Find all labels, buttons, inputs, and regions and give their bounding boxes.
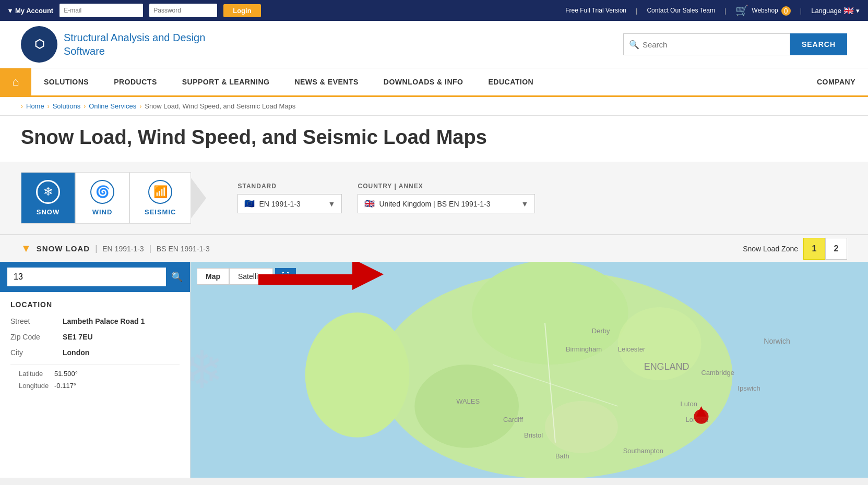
zip-value: SE1 7EU [63, 333, 93, 341]
lat-label: Latitude [10, 370, 54, 378]
search-input[interactable] [643, 40, 784, 49]
search-wrap: 🔍 SEARCH [623, 33, 847, 55]
location-details: LOCATION Street Lambeth Palace Road 1 Zi… [0, 292, 190, 402]
country-annex-select[interactable]: 🇬🇧 United Kingdom | BS EN 1991-1-3 ▼ [358, 194, 535, 213]
country-annex-value: United Kingdom | BS EN 1991-1-3 [379, 200, 490, 208]
location-section-title: LOCATION [10, 300, 180, 309]
svg-point-2 [414, 365, 519, 448]
lat-value: 51.500° [54, 370, 78, 378]
logo-tagline: Structural Analysis and Design Software [64, 31, 246, 58]
my-account-menu[interactable]: ▾ My Account [8, 7, 53, 15]
password-input[interactable] [149, 4, 217, 17]
cart-icon[interactable]: 0 [781, 5, 791, 16]
nav-education[interactable]: EDUCATION [475, 68, 546, 95]
uk-flag-icon: 🇬🇧 [843, 6, 854, 16]
load-type-seismic[interactable]: 📶 SEISMIC [129, 172, 191, 224]
city-value: London [63, 348, 89, 357]
login-button[interactable]: Login [223, 4, 260, 17]
divider1: | [636, 7, 637, 15]
wind-label: WIND [92, 208, 113, 216]
standard-group: STANDARD 🇪🇺 EN 1991-1-3 ▼ [237, 183, 342, 213]
wind-icon: 🌀 [90, 180, 114, 204]
breadcrumb-home[interactable]: Home [26, 102, 44, 110]
location-search-input[interactable] [7, 268, 166, 286]
breadcrumb: › Home › Solutions › Online Services › S… [0, 97, 868, 116]
snow-arrow-icon: ▼ [21, 242, 31, 254]
webshop-wrap: 🛒 Webshop 0 [735, 4, 790, 17]
nav-downloads[interactable]: DOWNLOADS & INFO [371, 68, 476, 95]
svg-text:Cardiff: Cardiff [503, 416, 523, 423]
loc-divider [10, 364, 180, 365]
svg-text:Ipswich: Ipswich [738, 384, 760, 392]
top-links: Free Full Trial Version | Contact Our Sa… [565, 4, 860, 17]
svg-text:Birmingham: Birmingham [566, 345, 602, 353]
logo-icon: ⬡ [34, 38, 44, 51]
breadcrumb-online-services[interactable]: Online Services [89, 102, 136, 110]
city-row: City London [10, 348, 180, 357]
svg-text:Cambridge: Cambridge [701, 369, 734, 377]
country-annex-label: COUNTRY | ANNEX [358, 183, 535, 190]
map-tab-map[interactable]: Map [197, 268, 229, 285]
nav-news[interactable]: NEWS & EVENTS [282, 68, 371, 95]
language-selector[interactable]: Language 🇬🇧 ▾ [811, 6, 860, 16]
snow-zone-2[interactable]: 2 [825, 238, 847, 260]
svg-point-3 [472, 262, 628, 365]
divider2: | [724, 7, 726, 15]
snow-load-title: SNOW LOAD [37, 244, 90, 253]
contact-sales-link[interactable]: Contact Our Sales Team [647, 7, 715, 14]
svg-text:Norwich: Norwich [764, 337, 790, 345]
svg-point-6 [545, 401, 618, 453]
nav-support[interactable]: SUPPORT & LEARNING [170, 68, 282, 95]
street-label: Street [10, 317, 63, 325]
breadcrumb-arrow3: › [84, 103, 86, 110]
country-annex-group: COUNTRY | ANNEX 🇬🇧 United Kingdom | BS E… [358, 183, 535, 213]
red-arrow-head [352, 262, 384, 290]
svg-text:Bath: Bath [555, 452, 569, 460]
pipe2: | [149, 244, 151, 253]
snow-zone-1[interactable]: 1 [803, 238, 825, 260]
seismic-icon: 📶 [148, 180, 172, 204]
standard-arrow-icon: ▼ [328, 200, 336, 208]
webshop-link[interactable]: Webshop [752, 7, 778, 14]
breadcrumb-arrow4: › [139, 103, 141, 110]
snow-zone-right: Snow Load Zone 1 2 [743, 238, 847, 260]
my-account-label: My Account [15, 7, 53, 15]
standard-select[interactable]: 🇪🇺 EN 1991-1-3 ▼ [237, 194, 342, 213]
latitude-row: Latitude 51.500° [10, 370, 180, 378]
snow-label: SNOW [37, 208, 60, 216]
location-search-icon[interactable]: 🔍 [171, 271, 183, 283]
main-content: 🔍 LOCATION Street Lambeth Palace Road 1 … [0, 262, 868, 478]
nav-products[interactable]: PRODUCTS [101, 68, 170, 95]
snow-icon: ❄ [36, 180, 60, 204]
breadcrumb-solutions[interactable]: Solutions [53, 102, 80, 110]
search-location-bar: 🔍 [0, 262, 190, 292]
nav-solutions[interactable]: SOLUTIONS [31, 68, 101, 95]
snow-load-bar: ▼ SNOW LOAD | EN 1991-1-3 | BS EN 1991-1… [0, 235, 868, 262]
breadcrumb-arrow2: › [47, 103, 50, 110]
snow-standard1: EN 1991-1-3 [102, 245, 144, 253]
snow-zone-label: Snow Load Zone [743, 245, 798, 253]
seismic-label: SEISMIC [145, 208, 176, 216]
svg-text:Leicester: Leicester [618, 345, 646, 353]
email-input[interactable] [60, 4, 143, 17]
svg-text:Southampton: Southampton [623, 447, 663, 455]
standard-value: EN 1991-1-3 [259, 200, 300, 208]
snow-standard2: BS EN 1991-1-3 [157, 245, 210, 253]
nav-home-button[interactable]: ⌂ [0, 68, 31, 95]
top-bar: ▾ My Account Login Free Full Trial Versi… [0, 0, 868, 21]
load-type-area: ❄ SNOW 🌀 WIND 📶 SEISMIC STANDARD 🇪🇺 EN 1… [0, 162, 868, 235]
red-arrow-tail [258, 274, 352, 285]
logo-circle: ⬡ [21, 26, 57, 63]
nav-company[interactable]: COMPANY [804, 68, 868, 95]
lon-label: Longitude [10, 382, 54, 390]
free-trial-link[interactable]: Free Full Trial Version [565, 7, 626, 14]
map-area[interactable]: ❄ ENGLAND WALES Norwich Leicester Derby [191, 262, 868, 478]
search-icon: 🔍 [629, 40, 639, 50]
logo[interactable]: ⬡ Structural Analysis and Design Softwar… [21, 26, 246, 63]
load-type-snow[interactable]: ❄ SNOW [21, 172, 75, 224]
main-nav: ⌂ SOLUTIONS PRODUCTS SUPPORT & LEARNING … [0, 68, 868, 97]
search-button[interactable]: SEARCH [790, 33, 847, 55]
load-type-wind[interactable]: 🌀 WIND [75, 172, 129, 224]
page-title-area: Snow Load, Wind Speed, and Seismic Load … [0, 116, 868, 162]
page-title: Snow Load, Wind Speed, and Seismic Load … [21, 126, 847, 149]
